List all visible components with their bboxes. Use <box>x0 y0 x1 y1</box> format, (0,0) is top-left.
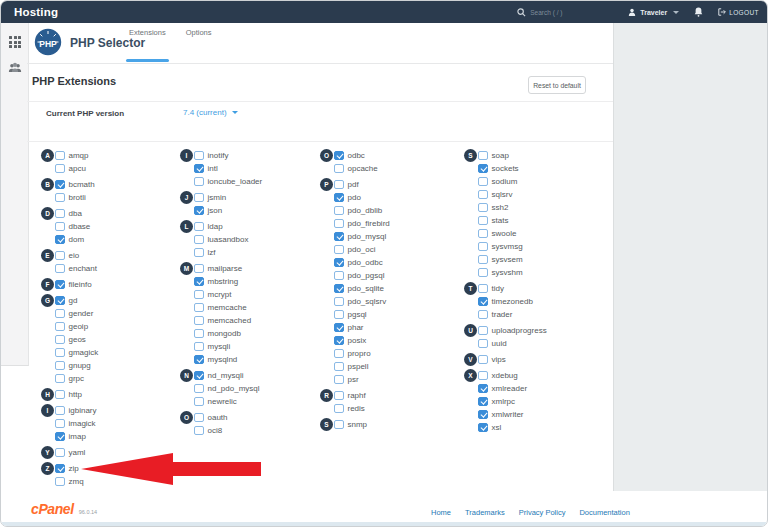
extension-checkbox[interactable] <box>194 248 204 258</box>
extension-checkbox[interactable] <box>478 190 488 200</box>
extension-row[interactable]: posix <box>334 334 455 347</box>
extension-row[interactable]: pdo_sqlsrv <box>334 295 455 308</box>
extension-checkbox[interactable] <box>55 374 65 384</box>
extension-row[interactable]: json <box>194 204 315 217</box>
extension-row[interactable]: pdo <box>334 191 455 204</box>
extension-row[interactable]: pdf <box>334 178 455 191</box>
extension-row[interactable]: mongodb <box>194 327 315 340</box>
extension-row[interactable]: grpc <box>55 372 176 385</box>
extension-checkbox[interactable] <box>194 290 204 300</box>
extension-checkbox[interactable] <box>334 349 344 359</box>
extension-row[interactable]: imap <box>55 430 176 443</box>
extension-row[interactable]: geos <box>55 333 176 346</box>
extension-checkbox[interactable] <box>334 232 344 242</box>
extension-row[interactable]: nd_mysqli <box>194 369 315 382</box>
extension-row[interactable]: dom <box>55 233 176 246</box>
extension-checkbox[interactable] <box>55 419 65 429</box>
extension-row[interactable]: uploadprogress <box>478 324 599 337</box>
tab-extensions[interactable]: Extensions <box>129 1 166 63</box>
extension-checkbox[interactable] <box>194 151 204 161</box>
extension-checkbox[interactable] <box>194 164 204 174</box>
extension-row[interactable]: sodium <box>478 175 599 188</box>
extension-row[interactable]: xmlwriter <box>478 408 599 421</box>
extension-row[interactable]: mysqlnd <box>194 353 315 366</box>
extension-row[interactable]: apcu <box>55 162 176 175</box>
extension-row[interactable]: enchant <box>55 262 176 275</box>
extension-row[interactable]: bcmath <box>55 178 176 191</box>
extension-row[interactable]: opcache <box>334 162 455 175</box>
extension-checkbox[interactable] <box>478 397 488 407</box>
extension-row[interactable]: psr <box>334 373 455 386</box>
extension-checkbox[interactable] <box>334 219 344 229</box>
extension-row[interactable]: uuid <box>478 337 599 350</box>
extension-row[interactable]: amqp <box>55 149 176 162</box>
extension-row[interactable]: pdo_oci <box>334 243 455 256</box>
extension-checkbox[interactable] <box>55 432 65 442</box>
extension-checkbox[interactable] <box>194 397 204 407</box>
extension-checkbox[interactable] <box>334 258 344 268</box>
extension-checkbox[interactable] <box>194 235 204 245</box>
extension-checkbox[interactable] <box>194 426 204 436</box>
extension-checkbox[interactable] <box>55 406 65 416</box>
extension-checkbox[interactable] <box>55 264 65 274</box>
extension-row[interactable]: inotify <box>194 149 315 162</box>
search-input[interactable]: Search ( / ) <box>517 8 613 17</box>
extension-checkbox[interactable] <box>478 216 488 226</box>
sidebar-item-users[interactable] <box>1 55 29 81</box>
extension-row[interactable]: xmlrpc <box>478 395 599 408</box>
extension-checkbox[interactable] <box>334 180 344 190</box>
extension-row[interactable]: pdo_firebird <box>334 217 455 230</box>
extension-checkbox[interactable] <box>55 209 65 219</box>
extension-checkbox[interactable] <box>194 206 204 216</box>
php-version-select[interactable]: 7.4 (current) <box>183 108 238 117</box>
extension-checkbox[interactable] <box>194 316 204 326</box>
extension-checkbox[interactable] <box>334 206 344 216</box>
extension-checkbox[interactable] <box>55 348 65 358</box>
extension-checkbox[interactable] <box>478 310 488 320</box>
extension-row[interactable]: memcache <box>194 301 315 314</box>
extension-row[interactable]: pdo_sqlite <box>334 282 455 295</box>
extension-checkbox[interactable] <box>55 477 65 487</box>
extension-checkbox[interactable] <box>194 177 204 187</box>
extension-row[interactable]: xsl <box>478 421 599 434</box>
extension-row[interactable]: pgsql <box>334 308 455 321</box>
extension-row[interactable]: gd <box>55 294 176 307</box>
extension-checkbox[interactable] <box>334 271 344 281</box>
extension-checkbox[interactable] <box>478 410 488 420</box>
extension-checkbox[interactable] <box>478 284 488 294</box>
extension-checkbox[interactable] <box>55 280 65 290</box>
extension-checkbox[interactable] <box>55 222 65 232</box>
extension-row[interactable]: dbase <box>55 220 176 233</box>
extension-row[interactable]: dba <box>55 207 176 220</box>
extension-row[interactable]: swoole <box>478 227 599 240</box>
extension-checkbox[interactable] <box>55 309 65 319</box>
extension-checkbox[interactable] <box>55 322 65 332</box>
footer-link-trademarks[interactable]: Trademarks <box>465 508 505 517</box>
extension-row[interactable]: tidy <box>478 282 599 295</box>
extension-row[interactable]: sysvsem <box>478 253 599 266</box>
extension-row[interactable]: mysqli <box>194 340 315 353</box>
extension-checkbox[interactable] <box>334 420 344 430</box>
extension-row[interactable]: luasandbox <box>194 233 315 246</box>
sidebar-item-apps[interactable] <box>1 29 29 55</box>
extension-row[interactable]: pdo_odbc <box>334 256 455 269</box>
extension-checkbox[interactable] <box>334 164 344 174</box>
extension-checkbox[interactable] <box>478 423 488 433</box>
extension-row[interactable]: eio <box>55 249 176 262</box>
extension-row[interactable]: stats <box>478 214 599 227</box>
extension-checkbox[interactable] <box>334 336 344 346</box>
reset-to-default-button[interactable]: Reset to default <box>528 76 586 94</box>
extension-row[interactable]: snmp <box>334 418 455 431</box>
extension-row[interactable]: pdo_pgsql <box>334 269 455 282</box>
extension-checkbox[interactable] <box>55 164 65 174</box>
extension-checkbox[interactable] <box>334 362 344 372</box>
extension-checkbox[interactable] <box>478 297 488 307</box>
extension-row[interactable]: newrelic <box>194 395 315 408</box>
extension-row[interactable]: timezonedb <box>478 295 599 308</box>
extension-row[interactable]: memcached <box>194 314 315 327</box>
extension-checkbox[interactable] <box>194 193 204 203</box>
extension-row[interactable]: ldap <box>194 220 315 233</box>
extension-checkbox[interactable] <box>478 255 488 265</box>
extension-row[interactable]: sysvmsg <box>478 240 599 253</box>
logout-button[interactable]: LOGOUT <box>718 8 759 16</box>
